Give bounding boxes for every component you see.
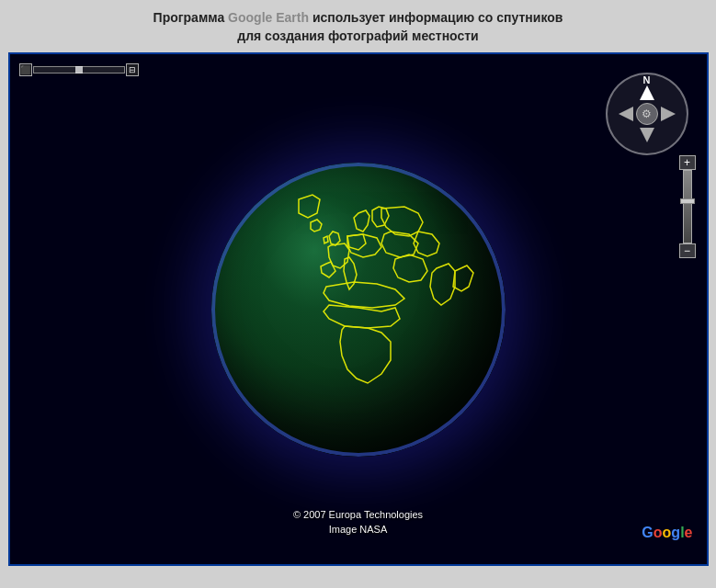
navigation-compass: N ⚙ <box>606 73 688 155</box>
header-google-earth: Google Earth <box>228 10 309 25</box>
overview-expand-button[interactable]: ⬛ <box>19 63 32 76</box>
compass-right-arrow[interactable] <box>661 107 676 121</box>
compass-center-button[interactable]: ⚙ <box>636 103 658 125</box>
zoom-thumb <box>680 198 695 204</box>
zoom-out-button[interactable]: − <box>679 243 696 258</box>
header-text-1: Программа <box>153 10 225 25</box>
zoom-slider[interactable] <box>683 170 692 243</box>
header-text-3: для создания фотографий местности <box>237 28 478 43</box>
header-text-2: использует информацию со спутников <box>313 10 563 25</box>
overview-map: ⬛ ⊟ <box>19 63 139 76</box>
globe <box>211 163 506 457</box>
zoom-controls: + − <box>679 155 696 258</box>
map-area: ⬜ ✦ ✏+ ⬟+ △+ | ✉ ≡ ↗ ⬛ <box>254 94 707 544</box>
map-copyright: © 2007 Europa Technologies Image NASA <box>293 508 423 537</box>
compass-north-label: N <box>643 74 651 85</box>
overview-shrink-button[interactable]: ⊟ <box>126 63 139 76</box>
compass-up-arrow[interactable] <box>640 85 654 100</box>
globe-container: ⬛ ⊟ <box>10 54 707 564</box>
page-header: Программа Google Earth использует информ… <box>0 0 716 52</box>
svg-point-0 <box>213 164 504 455</box>
overview-bar <box>33 66 125 74</box>
app-window: Google Earth Plus — □ ✕ File Edit View T… <box>8 52 709 566</box>
zoom-in-button[interactable]: + <box>679 155 696 170</box>
compass-down-arrow[interactable] <box>640 128 654 142</box>
compass-left-arrow[interactable] <box>619 107 633 121</box>
google-logo: Google <box>642 525 692 541</box>
